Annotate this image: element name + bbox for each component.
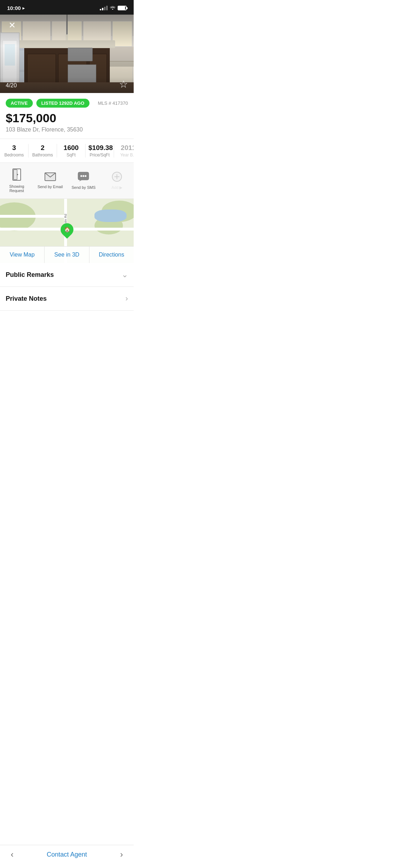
svg-point-6 <box>83 175 84 177</box>
svg-rect-1 <box>14 170 17 180</box>
public-remarks-title: Public Remarks <box>6 271 54 279</box>
send-email-button[interactable]: Send by Email <box>34 163 67 198</box>
water-area <box>94 210 127 222</box>
map-pin: 🏠 <box>61 223 73 236</box>
svg-point-7 <box>85 175 87 177</box>
hero-gradient <box>0 15 134 93</box>
road-diagonal <box>0 215 67 218</box>
showing-request-label: Showing Request <box>1 184 32 193</box>
directions-button[interactable]: Directions <box>89 247 134 263</box>
sqft-value: 1600 <box>60 144 82 152</box>
sms-icon <box>78 172 89 183</box>
year-value: 2011 <box>117 144 134 152</box>
price-sqft-value: $109.38 <box>88 144 111 152</box>
add-label: Add ▶ <box>112 185 123 190</box>
bathrooms-label: Bathrooms <box>31 153 54 157</box>
listing-info: ACTIVE LISTED 1292D AGO MLS # 417370 $17… <box>0 93 134 133</box>
location-icon: ▸ <box>22 6 25 11</box>
stats-row: 3 Bedrooms 2 Bathrooms 1600 SqFt $109.38… <box>0 139 134 163</box>
stat-year: 2011 Year B... <box>114 144 134 157</box>
status-right <box>100 5 127 11</box>
view-map-button[interactable]: View Map <box>0 247 45 263</box>
see-in-3d-button[interactable]: See in 3D <box>45 247 89 263</box>
stat-bathrooms: 2 Bathrooms <box>29 144 57 157</box>
badges-row: ACTIVE LISTED 1292D AGO MLS # 417370 <box>6 99 128 108</box>
map-buttons: View Map See in 3D Directions <box>0 246 134 263</box>
status-bar: 10:00 ▸ <box>0 0 134 15</box>
stat-sqft: 1600 SqFt <box>57 144 86 157</box>
svg-point-5 <box>81 175 82 177</box>
send-sms-button[interactable]: Send by SMS <box>67 163 101 198</box>
public-remarks-section[interactable]: Public Remarks ⌄ <box>0 263 134 287</box>
showing-request-button[interactable]: Showing Request <box>0 163 34 198</box>
public-remarks-chevron: ⌄ <box>122 270 128 279</box>
favorite-button[interactable]: ☆ <box>119 78 128 90</box>
listed-badge: LISTED 1292D AGO <box>36 99 89 108</box>
svg-point-2 <box>17 174 18 175</box>
active-badge: ACTIVE <box>6 99 33 108</box>
mls-number: MLS # 417370 <box>98 100 128 106</box>
status-left: 10:00 ▸ <box>7 5 25 11</box>
address: 103 Blaze Dr, Florence, 35630 <box>6 126 128 133</box>
signal-icon <box>100 6 108 10</box>
time: 10:00 <box>7 5 21 11</box>
price: $175,000 <box>6 111 128 125</box>
send-sms-label: Send by SMS <box>72 185 96 190</box>
add-button[interactable]: Add ▶ <box>100 163 134 198</box>
email-icon <box>45 172 56 182</box>
price-sqft-label: Price/SqFt <box>88 153 111 157</box>
bedrooms-label: Bedrooms <box>3 153 25 157</box>
stat-bedrooms: 3 Bedrooms <box>0 144 29 157</box>
hero-image: ✕ 4/20 ☆ <box>0 15 134 93</box>
bathrooms-value: 2 <box>31 144 54 152</box>
send-email-label: Send by Email <box>37 185 63 189</box>
year-label: Year B... <box>117 153 134 157</box>
action-row: Showing Request Send by Email Send by SM… <box>0 163 134 199</box>
private-notes-chevron: › <box>125 294 128 303</box>
photo-counter: 4/20 <box>6 82 17 89</box>
bedrooms-value: 3 <box>3 144 25 152</box>
battery-icon <box>118 6 127 10</box>
sqft-label: SqFt <box>60 153 82 157</box>
close-button[interactable]: ✕ <box>6 19 19 32</box>
private-notes-title: Private Notes <box>6 295 47 303</box>
add-icon <box>112 172 122 183</box>
wifi-icon <box>110 5 115 11</box>
map-section: Chisholm Rd 🏠 View Map See in 3D Directi… <box>0 199 134 263</box>
door-icon <box>11 169 22 182</box>
stat-price-sqft: $109.38 Price/SqFt <box>86 144 114 157</box>
private-notes-section[interactable]: Private Notes › <box>0 287 134 311</box>
